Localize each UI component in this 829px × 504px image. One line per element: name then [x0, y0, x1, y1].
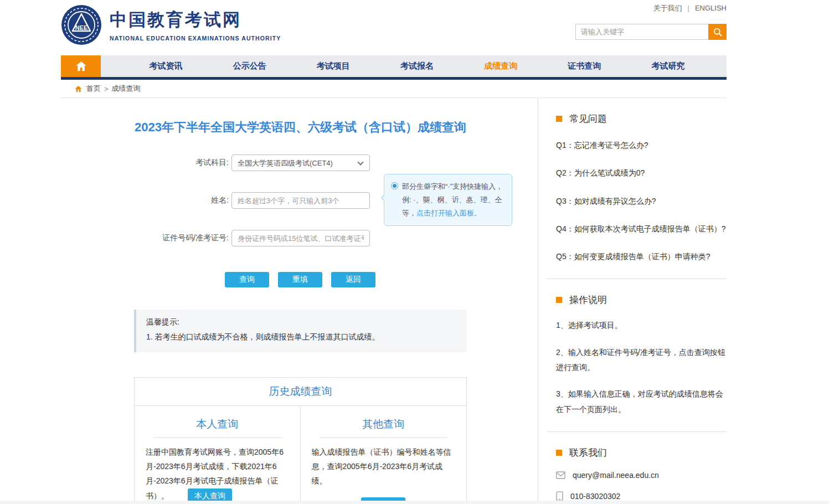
top-links: 关于我们|ENGLISH — [653, 3, 727, 13]
nav-item-exam-news[interactable]: 考试资讯 — [124, 55, 208, 77]
nav-home-button[interactable] — [61, 55, 101, 77]
rare-character-tooltip: 部分生僻字和“·”支持快捷输入，例: ·、龑、㭎、䜣、惪、璒、仝等，点击打开输入… — [384, 174, 512, 226]
contact-phone: 010-83020302 — [570, 492, 620, 501]
neea-emblem-icon: NEE — [61, 4, 102, 45]
tooltip-text-wrap: 部分生僻字和“·”支持快捷输入，例: ·、龑、㭎、䜣、惪、璒、仝等，点击打开输入… — [402, 180, 505, 220]
faq-item-q5[interactable]: Q5：如何变更成绩报告单（证书）申请种类? — [556, 249, 727, 264]
history-title: 历史成绩查询 — [135, 378, 466, 406]
nav-item-exam-registration[interactable]: 考试报名 — [375, 55, 459, 77]
form-buttons: 查询 重填 返回 — [225, 272, 467, 287]
search-button[interactable] — [708, 24, 727, 40]
main-column: 2023年下半年全国大学英语四、六级考试（含口试）成绩查询 考试科目: 全国大学… — [61, 98, 538, 504]
subject-label: 考试科目: — [134, 158, 231, 168]
top-links-separator: | — [688, 4, 689, 12]
nav-items: 考试资讯 公示公告 考试项目 考试报名 成绩查询 证书查询 考试研究 — [101, 55, 727, 77]
instructions-section-header: 操作说明 — [556, 294, 727, 306]
radio-selected-icon — [391, 182, 398, 189]
faq-item-q2[interactable]: Q2：为什么笔试成绩为0? — [556, 166, 727, 181]
contact-section-header: 联系我们 — [556, 446, 727, 459]
main-nav: 考试资讯 公示公告 考试项目 考试报名 成绩查询 证书查询 考试研究 — [61, 55, 727, 80]
self-query-title: 本人查询 — [153, 417, 281, 438]
page: NEE 中国教育考试网 NATIONAL EDUCATION EXAMINATI… — [61, 0, 727, 504]
reset-button[interactable]: 重填 — [278, 272, 322, 287]
orange-bullet-icon — [556, 450, 562, 456]
svg-text:NEE: NEE — [75, 24, 88, 31]
sidebar-divider — [547, 431, 727, 432]
name-label: 姓名: — [134, 196, 231, 205]
breadcrumb-current: 成绩查询 — [112, 84, 141, 94]
footer-strip — [0, 501, 829, 504]
contact-email-row: query@mail.neea.edu.cn — [556, 471, 727, 480]
search-input[interactable] — [575, 24, 708, 40]
instruction-step-3: 3、如果输入信息正确，对应考试的成绩信息将会在下一个页面列出。 — [556, 387, 727, 417]
contact-email: query@mail.neea.edu.cn — [573, 471, 659, 480]
history-columns: 本人查询 注册中国教育考试网账号，查询2005年6月-2023年6月考试成绩，下… — [135, 406, 466, 504]
logo-text: 中国教育考试网 NATIONAL EDUCATION EXAMINATIONS … — [110, 8, 281, 42]
faq-item-q1[interactable]: Q1：忘记准考证号怎么办? — [556, 138, 727, 153]
sidebar: 常见问题 Q1：忘记准考证号怎么办? Q2：为什么笔试成绩为0? Q3：如对成绩… — [538, 98, 727, 504]
history-query-box: 历史成绩查询 本人查询 注册中国教育考试网账号，查询2005年6月-2023年6… — [134, 377, 467, 504]
breadcrumb: 首页 > 成绩查询 — [61, 80, 727, 98]
nav-item-exam-programs[interactable]: 考试项目 — [291, 55, 375, 77]
score-query-form: 考试科目: 全国大学英语四级考试(CET4) 姓名: — [134, 155, 467, 287]
contact-phone-row: 010-83020302 — [556, 491, 727, 501]
nav-item-public-notice[interactable]: 公示公告 — [208, 55, 291, 77]
orange-bullet-icon — [556, 116, 562, 122]
breadcrumb-home-icon — [74, 85, 83, 93]
instructions-title: 操作说明 — [569, 294, 607, 306]
back-button[interactable]: 返回 — [331, 272, 375, 287]
faq-title: 常见问题 — [569, 112, 607, 125]
instruction-step-2: 2、输入姓名和证件号码/准考证号，点击查询按钮进行查询。 — [556, 345, 727, 376]
faq-section-header: 常见问题 — [556, 112, 727, 125]
faq-item-q4[interactable]: Q4：如何获取本次考试电子成绩报告单（证书）? — [556, 222, 727, 236]
notice-title: 温馨提示: — [146, 317, 457, 327]
site-logo[interactable]: NEE 中国教育考试网 NATIONAL EDUCATION EXAMINATI… — [61, 4, 281, 45]
faq-item-q3[interactable]: Q3：如对成绩有异议怎么办? — [556, 194, 727, 209]
envelope-icon — [556, 471, 565, 479]
search-icon — [713, 27, 723, 37]
contact-title: 联系我们 — [569, 446, 607, 459]
nav-item-exam-research[interactable]: 考试研究 — [626, 55, 710, 77]
nav-item-certificate-query[interactable]: 证书查询 — [543, 55, 626, 77]
page-title: 2023年下半年全国大学英语四、六级考试（含口试）成绩查询 — [134, 119, 467, 136]
subject-select-wrap: 全国大学英语四级考试(CET4) — [231, 155, 370, 171]
instruction-step-1: 1、选择考试项目。 — [556, 318, 727, 333]
query-button[interactable]: 查询 — [225, 272, 269, 287]
id-label: 证件号码/准考证号: — [134, 233, 231, 243]
home-icon — [75, 60, 87, 73]
nav-item-score-query[interactable]: 成绩查询 — [459, 55, 543, 77]
subject-row: 考试科目: 全国大学英语四级考试(CET4) — [134, 155, 467, 171]
other-query-column: 其他查询 输入成绩报告单（证书）编号和姓名等信息，查询2005年6月-2023年… — [301, 406, 467, 504]
about-us-link[interactable]: 关于我们 — [653, 4, 682, 12]
search-box — [575, 24, 727, 40]
other-query-desc: 输入成绩报告单（证书）编号和姓名等信息，查询2005年6月-2023年6月考试成… — [312, 445, 456, 488]
content: 2023年下半年全国大学英语四、六级考试（含口试）成绩查询 考试科目: 全国大学… — [61, 98, 727, 504]
name-input[interactable] — [231, 192, 370, 209]
name-row: 姓名: 部分生僻字和“·”支持快捷输入，例: ·、龑、㭎、䜣、惪、璒、仝等，点击… — [134, 192, 467, 209]
notice-line: 1. 若考生的口试成绩为不合格，则成绩报告单上不报道其口试成绩。 — [146, 332, 457, 342]
header: NEE 中国教育考试网 NATIONAL EDUCATION EXAMINATI… — [61, 0, 727, 55]
self-query-column: 本人查询 注册中国教育考试网账号，查询2005年6月-2023年6月考试成绩，下… — [135, 406, 301, 504]
breadcrumb-home-link[interactable]: 首页 — [86, 84, 101, 94]
site-subtitle: NATIONAL EDUCATION EXAMINATIONS AUTHORIT… — [110, 35, 281, 42]
subject-select[interactable]: 全国大学英语四级考试(CET4) — [231, 155, 370, 171]
site-title: 中国教育考试网 — [110, 8, 281, 32]
breadcrumb-separator: > — [104, 85, 109, 93]
open-input-panel-link[interactable]: 点击打开输入面板。 — [416, 209, 481, 217]
english-link[interactable]: ENGLISH — [695, 4, 727, 12]
orange-bullet-icon — [556, 297, 562, 303]
sidebar-divider — [547, 279, 727, 279]
other-query-title: 其他查询 — [320, 417, 448, 438]
id-number-input[interactable] — [231, 230, 370, 246]
self-query-desc-wrap: 注册中国教育考试网账号，查询2005年6月-2023年6月考试成绩，下载2021… — [146, 445, 289, 504]
phone-icon — [556, 491, 563, 501]
notice-box: 温馨提示: 1. 若考生的口试成绩为不合格，则成绩报告单上不报道其口试成绩。 — [134, 310, 467, 352]
id-row: 证件号码/准考证号: — [134, 230, 467, 246]
